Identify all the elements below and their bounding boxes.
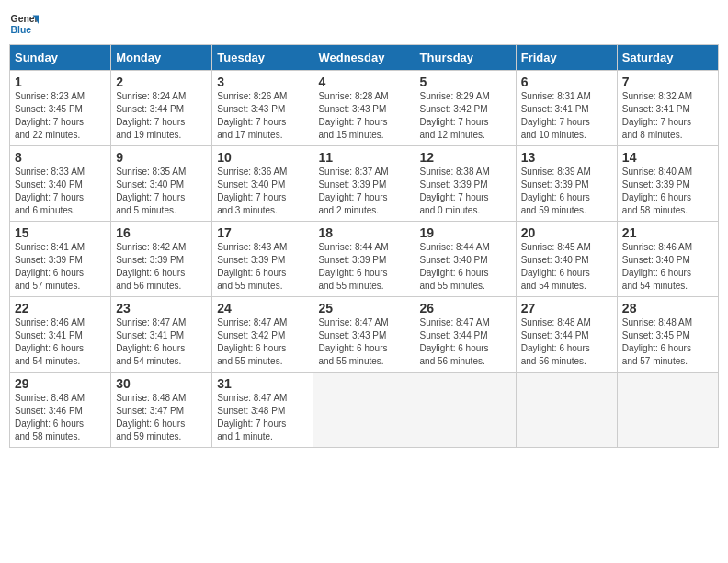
day-number: 14 — [622, 150, 713, 165]
day-info: Sunrise: 8:28 AM Sunset: 3:43 PM Dayligh… — [318, 90, 409, 142]
day-cell: 19Sunrise: 8:44 AM Sunset: 3:40 PM Dayli… — [415, 222, 516, 297]
day-cell: 4Sunrise: 8:28 AM Sunset: 3:43 PM Daylig… — [313, 71, 415, 146]
day-cell: 18Sunrise: 8:44 AM Sunset: 3:39 PM Dayli… — [313, 222, 415, 297]
day-cell: 25Sunrise: 8:47 AM Sunset: 3:43 PM Dayli… — [313, 297, 415, 373]
day-info: Sunrise: 8:33 AM Sunset: 3:40 PM Dayligh… — [15, 166, 106, 217]
day-info: Sunrise: 8:41 AM Sunset: 3:39 PM Dayligh… — [15, 241, 106, 293]
day-info: Sunrise: 8:48 AM Sunset: 3:44 PM Dayligh… — [521, 316, 612, 368]
day-info: Sunrise: 8:37 AM Sunset: 3:39 PM Dayligh… — [318, 166, 409, 217]
day-info: Sunrise: 8:35 AM Sunset: 3:40 PM Dayligh… — [116, 166, 207, 217]
day-cell: 21Sunrise: 8:46 AM Sunset: 3:40 PM Dayli… — [617, 222, 718, 297]
day-number: 20 — [521, 225, 612, 240]
day-cell: 6Sunrise: 8:31 AM Sunset: 3:41 PM Daylig… — [516, 71, 617, 146]
day-number: 29 — [15, 376, 106, 391]
day-number: 9 — [116, 150, 207, 165]
day-info: Sunrise: 8:36 AM Sunset: 3:40 PM Dayligh… — [217, 166, 308, 217]
calendar-table: Sunday Monday Tuesday Wednesday Thursday… — [9, 44, 719, 448]
day-cell: 16Sunrise: 8:42 AM Sunset: 3:39 PM Dayli… — [111, 222, 212, 297]
day-cell: 17Sunrise: 8:43 AM Sunset: 3:39 PM Dayli… — [212, 222, 313, 297]
day-info: Sunrise: 8:44 AM Sunset: 3:39 PM Dayligh… — [318, 241, 409, 293]
day-info: Sunrise: 8:47 AM Sunset: 3:41 PM Dayligh… — [116, 316, 207, 368]
day-number: 6 — [521, 75, 612, 89]
page-header: General Blue — [9, 9, 719, 39]
day-info: Sunrise: 8:47 AM Sunset: 3:44 PM Dayligh… — [420, 316, 511, 368]
day-number: 22 — [15, 301, 106, 316]
day-cell: 30Sunrise: 8:48 AM Sunset: 3:47 PM Dayli… — [111, 373, 212, 448]
day-cell: 1Sunrise: 8:23 AM Sunset: 3:45 PM Daylig… — [10, 71, 111, 146]
day-cell: 23Sunrise: 8:47 AM Sunset: 3:41 PM Dayli… — [111, 297, 212, 373]
day-info: Sunrise: 8:26 AM Sunset: 3:43 PM Dayligh… — [217, 90, 308, 142]
day-cell: 7Sunrise: 8:32 AM Sunset: 3:41 PM Daylig… — [617, 71, 718, 146]
day-number: 2 — [116, 75, 207, 89]
day-info: Sunrise: 8:48 AM Sunset: 3:45 PM Dayligh… — [622, 316, 713, 368]
day-cell: 22Sunrise: 8:46 AM Sunset: 3:41 PM Dayli… — [10, 297, 111, 373]
day-number: 5 — [420, 75, 511, 89]
day-info: Sunrise: 8:44 AM Sunset: 3:40 PM Dayligh… — [420, 241, 511, 293]
day-cell: 12Sunrise: 8:38 AM Sunset: 3:39 PM Dayli… — [415, 146, 516, 222]
logo: General Blue — [9, 9, 39, 39]
week-row-5: 29Sunrise: 8:48 AM Sunset: 3:46 PM Dayli… — [10, 373, 719, 448]
day-info: Sunrise: 8:46 AM Sunset: 3:40 PM Dayligh… — [622, 241, 713, 293]
day-cell: 3Sunrise: 8:26 AM Sunset: 3:43 PM Daylig… — [212, 71, 313, 146]
day-number: 25 — [318, 301, 409, 316]
day-number: 10 — [217, 150, 308, 165]
day-number: 1 — [15, 75, 106, 89]
day-info: Sunrise: 8:42 AM Sunset: 3:39 PM Dayligh… — [116, 241, 207, 293]
day-cell: 27Sunrise: 8:48 AM Sunset: 3:44 PM Dayli… — [516, 297, 617, 373]
col-thursday: Thursday — [415, 45, 516, 71]
logo-icon: General Blue — [9, 9, 39, 39]
day-info: Sunrise: 8:47 AM Sunset: 3:48 PM Dayligh… — [217, 392, 308, 443]
col-monday: Monday — [111, 45, 212, 71]
week-row-3: 15Sunrise: 8:41 AM Sunset: 3:39 PM Dayli… — [10, 222, 719, 297]
day-cell: 5Sunrise: 8:29 AM Sunset: 3:42 PM Daylig… — [415, 71, 516, 146]
day-cell: 31Sunrise: 8:47 AM Sunset: 3:48 PM Dayli… — [212, 373, 313, 448]
day-info: Sunrise: 8:32 AM Sunset: 3:41 PM Dayligh… — [622, 90, 713, 142]
day-cell — [516, 373, 617, 448]
day-cell — [415, 373, 516, 448]
day-number: 24 — [217, 301, 308, 316]
day-number: 12 — [420, 150, 511, 165]
day-info: Sunrise: 8:45 AM Sunset: 3:40 PM Dayligh… — [521, 241, 612, 293]
day-cell: 11Sunrise: 8:37 AM Sunset: 3:39 PM Dayli… — [313, 146, 415, 222]
day-info: Sunrise: 8:47 AM Sunset: 3:42 PM Dayligh… — [217, 316, 308, 368]
day-number: 11 — [318, 150, 409, 165]
day-cell: 9Sunrise: 8:35 AM Sunset: 3:40 PM Daylig… — [111, 146, 212, 222]
day-cell: 8Sunrise: 8:33 AM Sunset: 3:40 PM Daylig… — [10, 146, 111, 222]
week-row-1: 1Sunrise: 8:23 AM Sunset: 3:45 PM Daylig… — [10, 71, 719, 146]
day-number: 27 — [521, 301, 612, 316]
day-cell: 29Sunrise: 8:48 AM Sunset: 3:46 PM Dayli… — [10, 373, 111, 448]
day-number: 15 — [15, 225, 106, 240]
day-info: Sunrise: 8:23 AM Sunset: 3:45 PM Dayligh… — [15, 90, 106, 142]
day-info: Sunrise: 8:38 AM Sunset: 3:39 PM Dayligh… — [420, 166, 511, 217]
day-info: Sunrise: 8:43 AM Sunset: 3:39 PM Dayligh… — [217, 241, 308, 293]
day-number: 19 — [420, 225, 511, 240]
day-info: Sunrise: 8:46 AM Sunset: 3:41 PM Dayligh… — [15, 316, 106, 368]
day-number: 28 — [622, 301, 713, 316]
day-cell: 2Sunrise: 8:24 AM Sunset: 3:44 PM Daylig… — [111, 71, 212, 146]
day-info: Sunrise: 8:31 AM Sunset: 3:41 PM Dayligh… — [521, 90, 612, 142]
day-cell: 14Sunrise: 8:40 AM Sunset: 3:39 PM Dayli… — [617, 146, 718, 222]
day-number: 4 — [318, 75, 409, 89]
day-cell: 28Sunrise: 8:48 AM Sunset: 3:45 PM Dayli… — [617, 297, 718, 373]
header-row: Sunday Monday Tuesday Wednesday Thursday… — [10, 45, 719, 71]
day-number: 17 — [217, 225, 308, 240]
day-cell: 15Sunrise: 8:41 AM Sunset: 3:39 PM Dayli… — [10, 222, 111, 297]
day-cell: 20Sunrise: 8:45 AM Sunset: 3:40 PM Dayli… — [516, 222, 617, 297]
day-info: Sunrise: 8:48 AM Sunset: 3:47 PM Dayligh… — [116, 392, 207, 443]
day-info: Sunrise: 8:24 AM Sunset: 3:44 PM Dayligh… — [116, 90, 207, 142]
col-friday: Friday — [516, 45, 617, 71]
day-number: 26 — [420, 301, 511, 316]
week-row-2: 8Sunrise: 8:33 AM Sunset: 3:40 PM Daylig… — [10, 146, 719, 222]
week-row-4: 22Sunrise: 8:46 AM Sunset: 3:41 PM Dayli… — [10, 297, 719, 373]
day-number: 18 — [318, 225, 409, 240]
day-info: Sunrise: 8:48 AM Sunset: 3:46 PM Dayligh… — [15, 392, 106, 443]
day-info: Sunrise: 8:39 AM Sunset: 3:39 PM Dayligh… — [521, 166, 612, 217]
day-number: 30 — [116, 376, 207, 391]
day-info: Sunrise: 8:29 AM Sunset: 3:42 PM Dayligh… — [420, 90, 511, 142]
col-wednesday: Wednesday — [313, 45, 415, 71]
day-number: 23 — [116, 301, 207, 316]
day-number: 8 — [15, 150, 106, 165]
day-number: 31 — [217, 376, 308, 391]
day-number: 7 — [622, 75, 713, 89]
day-number: 3 — [217, 75, 308, 89]
